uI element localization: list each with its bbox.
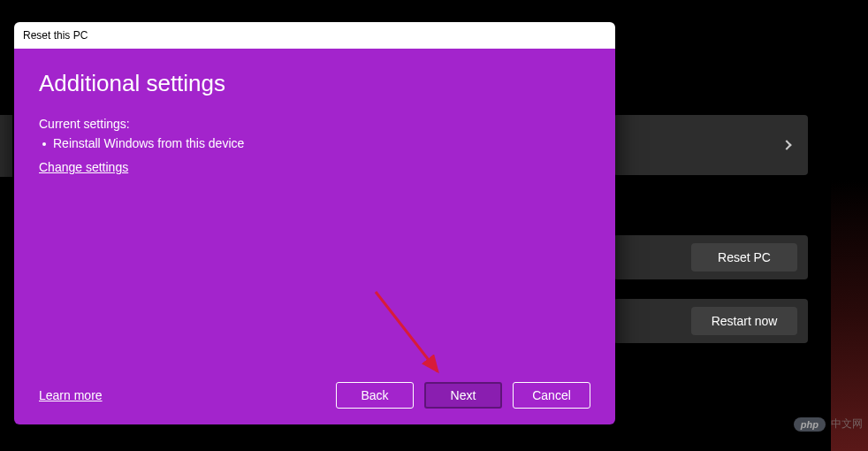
- watermark-badge: php: [794, 417, 826, 432]
- next-button[interactable]: Next: [424, 382, 502, 409]
- dialog-button-group: Back Next Cancel: [336, 382, 590, 409]
- dialog-body: Additional settings Current settings: Re…: [14, 49, 615, 424]
- settings-item-text: Reinstall Windows from this device: [53, 136, 244, 150]
- restart-now-row: Restart now: [613, 299, 808, 343]
- current-settings-label: Current settings:: [39, 117, 590, 131]
- cancel-button[interactable]: Cancel: [513, 382, 590, 409]
- dialog-title: Reset this PC: [23, 29, 88, 42]
- learn-more-link[interactable]: Learn more: [39, 388, 103, 402]
- change-settings-link[interactable]: Change settings: [39, 160, 128, 174]
- watermark: php 中文网: [794, 417, 863, 432]
- settings-card[interactable]: [613, 115, 808, 175]
- bullet-icon: [42, 142, 46, 146]
- watermark-text: 中文网: [831, 417, 863, 432]
- dialog-heading: Additional settings: [39, 70, 590, 97]
- dialog-titlebar[interactable]: Reset this PC: [14, 22, 615, 49]
- reset-pc-row: Reset PC: [613, 235, 808, 279]
- reset-pc-button[interactable]: Reset PC: [691, 243, 797, 271]
- reset-pc-dialog: Reset this PC Additional settings Curren…: [14, 22, 615, 424]
- back-button[interactable]: Back: [336, 382, 414, 409]
- dialog-footer: Learn more Back Next Cancel: [39, 382, 590, 409]
- left-panel-stub: [0, 115, 12, 177]
- settings-item: Reinstall Windows from this device: [39, 136, 590, 150]
- chevron-right-icon: [781, 140, 791, 149]
- restart-now-button[interactable]: Restart now: [691, 307, 797, 335]
